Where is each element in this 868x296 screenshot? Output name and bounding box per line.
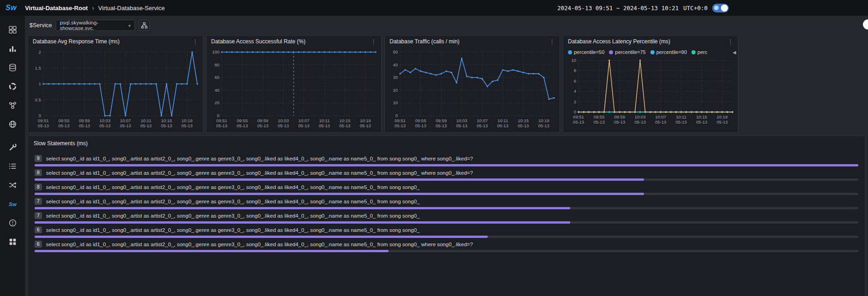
theme-toggle[interactable] — [712, 4, 729, 12]
svg-text:05-13: 05-13 — [181, 123, 192, 128]
kebab-menu-icon[interactable]: ⋮ — [727, 39, 733, 45]
chart-panel-traffic: Database Traffic (calls / min) ⋮ 0102030… — [384, 35, 560, 133]
svg-text:05-13: 05-13 — [696, 119, 707, 124]
svg-text:05-13: 05-13 — [456, 123, 467, 128]
filter-bar: $Service psql.skywalking-showcase.svc. ▾ — [25, 16, 868, 35]
legend-dot-icon — [650, 50, 655, 54]
breadcrumb-root[interactable]: Virtual-Database-Root — [25, 5, 88, 12]
apps-grid-icon — [8, 237, 17, 246]
slow-statement-row[interactable]: 7select song0_.id as id1_0_, song0_.arti… — [35, 197, 858, 209]
statement-sql-text: select song0_.id as id1_0_, song0_.artis… — [46, 213, 420, 219]
sidebar-item-wrench[interactable] — [0, 138, 25, 157]
time-range[interactable]: 2024-05-13 09:51 ~ 2024-05-13 10:21 — [557, 5, 679, 12]
svg-text:05-13: 05-13 — [634, 119, 645, 124]
svg-text:05-13: 05-13 — [78, 123, 89, 128]
panel-header: Slow Statements (ms) — [28, 136, 865, 151]
sidebar-item-donut-chart[interactable] — [0, 77, 25, 96]
sidebar-item-database[interactable] — [0, 58, 25, 77]
svg-text:05-13: 05-13 — [394, 123, 405, 128]
statement-sql-text: select song0_.id as id1_0_, song0_.artis… — [46, 156, 473, 161]
service-select[interactable]: psql.skywalking-showcase.svc. ▾ — [56, 20, 135, 31]
slow-statements-rows: 9select song0_.id as id1_0_, song0_.arti… — [28, 151, 865, 252]
statement-count-badge: 8 — [35, 169, 42, 176]
legend-item[interactable]: percentile=90 — [650, 49, 687, 55]
svg-text:4: 4 — [573, 89, 576, 94]
legend-item[interactable]: percentile=50 — [568, 49, 604, 55]
sidebar: Sw — [0, 16, 25, 296]
svg-text:0.5: 0.5 — [35, 97, 41, 102]
bar-chart-icon — [8, 44, 17, 53]
svg-text:10:03: 10:03 — [99, 118, 110, 123]
sitemap-icon — [141, 22, 148, 29]
svg-text:09:51: 09:51 — [395, 118, 406, 123]
sidebar-item-bar-chart[interactable] — [0, 39, 25, 58]
main-content: $Service psql.skywalking-showcase.svc. ▾… — [25, 16, 868, 296]
statement-latency-bar — [35, 221, 570, 224]
legend-scroll-left-icon[interactable]: ◀ — [731, 50, 736, 55]
svg-text:10:19: 10:19 — [716, 114, 727, 119]
chart-body: 02040608010009:5105-1309:5505-1309:5905-… — [207, 47, 381, 130]
kebab-menu-icon[interactable]: ⋮ — [192, 39, 198, 45]
sidebar-item-apps-grid[interactable] — [0, 232, 25, 251]
globe-icon — [8, 120, 17, 129]
svg-text:10:07: 10:07 — [298, 118, 309, 123]
statement-sql-text: select song0_.id as id1_0_, song0_.artis… — [46, 227, 420, 233]
svg-text:10:07: 10:07 — [477, 118, 488, 123]
svg-text:05-13: 05-13 — [99, 123, 110, 128]
slow-statement-row[interactable]: 6select song0_.id as id1_0_, song0_.arti… — [35, 226, 858, 238]
legend-item[interactable]: perc — [691, 49, 707, 55]
slow-statement-row[interactable]: 9select song0_.id as id1_0_, song0_.arti… — [35, 154, 858, 166]
floating-action-button[interactable] — [863, 19, 868, 30]
slow-statement-row[interactable]: 6select song0_.id as id1_0_, song0_.arti… — [35, 240, 858, 252]
svg-text:60: 60 — [214, 75, 219, 80]
wrench-icon — [8, 143, 17, 152]
svg-text:05-13: 05-13 — [278, 123, 289, 128]
skywalking-logo[interactable]: Sw — [6, 4, 17, 12]
svg-text:05-13: 05-13 — [58, 123, 69, 128]
chart-title: Database Access Successful Rate (%) — [211, 38, 306, 45]
svg-text:10:11: 10:11 — [497, 118, 508, 123]
chart-title: Database Traffic (calls / min) — [390, 38, 460, 45]
shuffle-icon — [8, 181, 17, 189]
svg-text:05-13: 05-13 — [339, 123, 350, 128]
slow-statement-row[interactable]: 7select song0_.id as id1_0_, song0_.arti… — [35, 212, 858, 224]
statement-sql-text: select song0_.id as id1_0_, song0_.artis… — [46, 199, 420, 204]
chart-canvas: 02040608010009:5105-1309:5505-1309:5905-… — [208, 47, 380, 130]
svg-text:09:55: 09:55 — [593, 114, 604, 119]
svg-text:Sw: Sw — [9, 201, 17, 207]
sidebar-item-dashboard-grid[interactable] — [0, 20, 25, 39]
topology-link-button[interactable] — [139, 20, 150, 31]
svg-text:09:51: 09:51 — [38, 118, 49, 123]
alert-icon — [8, 219, 17, 227]
sidebar-item-alert[interactable] — [0, 213, 25, 232]
slow-statement-row[interactable]: 8select song0_.id as id1_0_, song0_.arti… — [35, 183, 858, 195]
chart-title: Database Access Latency Percentile (ms) — [568, 38, 670, 45]
panel-header: Database Traffic (calls / min) ⋮ — [385, 36, 560, 47]
legend-item[interactable]: percentile=75 — [609, 49, 645, 55]
statement-count-badge: 7 — [35, 198, 42, 205]
statement-sql-text: select song0_.id as id1_0_, song0_.artis… — [46, 184, 420, 190]
svg-text:10:19: 10:19 — [181, 118, 192, 123]
kebab-menu-icon[interactable]: ⋮ — [549, 39, 555, 45]
slow-statement-row[interactable]: 8select song0_.id as id1_0_, song0_.arti… — [35, 169, 858, 181]
svg-text:6: 6 — [573, 78, 576, 83]
sidebar-item-cluster[interactable] — [0, 96, 25, 115]
sidebar-item-skywalking-logo[interactable]: Sw — [0, 195, 25, 213]
svg-text:0: 0 — [38, 113, 41, 118]
svg-text:50: 50 — [393, 49, 398, 54]
sidebar-item-shuffle[interactable] — [0, 176, 25, 195]
svg-text:09:55: 09:55 — [236, 118, 248, 123]
sidebar-item-list[interactable] — [0, 157, 25, 176]
statement-latency-bar — [35, 164, 858, 166]
sidebar-item-globe[interactable] — [0, 115, 25, 134]
svg-text:05-13: 05-13 — [476, 123, 487, 128]
kebab-menu-icon[interactable]: ⋮ — [371, 39, 377, 45]
svg-text:05-13: 05-13 — [37, 123, 48, 128]
breadcrumb-separator-icon: › — [92, 4, 94, 12]
breadcrumb-current[interactable]: Virtual-Database-Service — [98, 5, 165, 12]
timezone[interactable]: UTC+0:0 — [683, 5, 708, 12]
svg-text:10:07: 10:07 — [655, 114, 666, 119]
svg-text:09:51: 09:51 — [216, 118, 227, 123]
svg-text:05-13: 05-13 — [216, 123, 227, 128]
chevron-down-icon: ▾ — [129, 23, 131, 28]
